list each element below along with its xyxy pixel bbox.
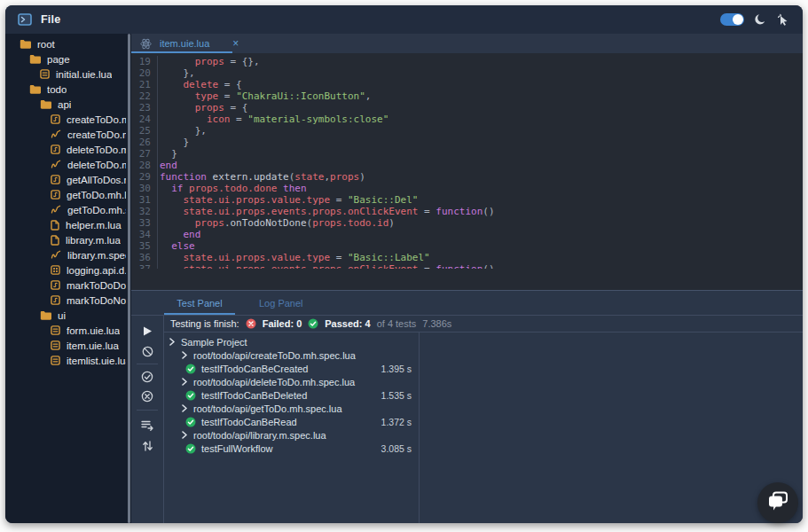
tree-item-label: ui [58,310,66,321]
line-number: 23 [131,102,151,113]
code-text: type = "ChakraUi::IconButton", [160,90,371,102]
tree-item-marktodonotl[interactable]: markToDoNotl [5,293,131,308]
lua-icon [51,295,60,305]
file-menu[interactable]: File [41,13,60,26]
tree-item-deletetodo-mh[interactable]: deleteToDo.mh [5,142,131,157]
code-line-29: 29function extern.update(state,props) [131,171,803,183]
tree-item-api[interactable]: api [5,97,131,112]
tree-item-root[interactable]: root [5,36,131,51]
chevron-right-icon [181,404,188,412]
line-number: 21 [131,79,151,90]
chat-widget-button[interactable] [757,482,798,523]
tree-item-initial-uie-lua[interactable]: initial.uie.lua [5,66,131,82]
failed-count: Failed: 0 [263,318,302,329]
code-text: props.onTodoNotDone(props.todo.id) [160,217,395,229]
code-line-22: 22 type = "ChakraUi::IconButton", [131,90,803,102]
gutter-separator [151,206,158,217]
tree-item-form-uie-lua[interactable]: form.uie.lua [5,323,131,338]
tree-item-createtodo-mh[interactable]: createToDo.mh [5,112,131,127]
tree-item-marktododon[interactable]: markToDoDon [5,278,131,293]
tree-item-getalltodos-m[interactable]: getAllToDos.m [5,172,131,187]
test-passed-icon [185,364,196,374]
code-text: }, [160,67,195,79]
result-test-row[interactable]: testIfTodoCanBeRead1.372 s [164,415,419,428]
gutter-separator [151,148,158,160]
sidebar-scrollbar[interactable] [128,34,130,523]
suite-label: Sample Project [181,337,247,348]
code-line-32: 32 state.ui.props.events.props.onClickEv… [131,206,803,217]
test-label: testIfTodoCanBeDeleted [201,390,307,401]
grid-icon [51,265,60,275]
result-file-row[interactable]: root/todo/api/createToDo.mh.spec.lua [164,348,419,362]
tree-item-item-uie-lua[interactable]: item.uie.lua [5,338,131,353]
tree-item-label: deleteToDo.mh [67,160,126,170]
tree-item-label: library.m.spec [67,250,126,261]
check-circle-icon[interactable] [141,371,153,383]
ban-icon[interactable] [141,345,153,357]
result-test-row[interactable]: testIfTodoCanBeCreated1.395 s [164,362,419,375]
gutter-separator [151,102,158,113]
tree-item-todo[interactable]: todo [5,82,131,97]
code-editor[interactable]: 19 props = {},20 },21 delete = {22 type … [131,53,803,290]
tree-item-logging-api-d-l[interactable]: logging.api.d.l [5,262,131,278]
tree-item-label: markToDoNotl [67,295,126,306]
sort-icon[interactable] [141,440,153,452]
tree-item-ui[interactable]: ui [5,308,131,323]
code-line-31: 31 state.ui.props.value.type = "Basic::D… [131,194,803,206]
lua-icon [51,114,60,124]
test-toolbar [131,316,164,523]
tree-item-gettodo-mh-lu[interactable]: getToDo.mh.lu [5,187,131,202]
file-label: root/todo/api/createToDo.mh.spec.lua [193,350,356,361]
tab-item-uie-lua[interactable]: item.uie.lua [160,38,209,49]
spec-icon [51,250,61,260]
spec-icon [51,160,61,169]
gutter-separator [151,137,158,148]
tree-item-label: library.m.lua [66,235,121,246]
tree-item-label: itemlist.uie.lua [67,356,126,366]
tab-log-panel[interactable]: Log Panel [259,291,303,315]
code-line-37: 37 state.ui.props.events.props.onClickEv… [131,263,803,269]
tree-item-library-m-lua[interactable]: library.m.lua [5,232,131,247]
line-number: 35 [131,240,151,252]
tree-item-library-m-spec[interactable]: library.m.spec [5,247,131,262]
passed-count: Passed: 4 [325,318,370,329]
line-number: 33 [131,217,151,229]
result-file-row[interactable]: root/todo/api/library.m.spec.lua [164,428,419,442]
result-test-row[interactable]: testFullWorkflow3.085 s [164,442,419,455]
test-duration: 1.372 s [381,417,419,427]
tree-item-createtodo-mh[interactable]: createToDo.mh [5,127,131,142]
tab-close-icon[interactable]: × [232,38,239,49]
page: File rootpageinitial.uie.luatodoapicreat… [0,0,808,532]
result-suite-row[interactable]: Sample Project [164,335,419,348]
line-number: 31 [131,194,151,206]
playlist-add-icon[interactable] [141,419,153,431]
passed-icon [308,318,318,329]
tree-item-label: api [58,99,71,110]
pointer-icon[interactable] [776,12,790,27]
test-duration: 1.395 s [381,364,419,374]
panel-tabs: Test Panel Log Panel [131,291,803,315]
result-file-row[interactable]: root/todo/api/getToDo.mh.spec.lua [164,402,419,415]
tree-item-label: logging.api.d.l [67,265,126,276]
active-tab-underline [131,51,232,53]
tree-item-label: page [47,54,70,65]
tree-item-deletetodo-mh[interactable]: deleteToDo.mh [5,157,131,172]
panel-main: Testing is finish: Failed: 0 Passed: 4 o… [131,315,803,523]
x-circle-icon[interactable] [141,390,153,403]
tree-item-gettodo-mh-sp[interactable]: getToDo.mh.sp [5,202,131,217]
folder-icon [29,54,41,64]
code-text: props = { [160,102,247,113]
result-test-row[interactable]: testIfTodoCanBeDeleted1.535 s [164,388,419,402]
play-icon[interactable] [141,325,153,337]
theme-toggle[interactable] [720,13,744,26]
folder-icon [20,39,31,49]
moon-icon[interactable] [753,12,767,27]
tree-item-itemlist-uie-lua[interactable]: itemlist.uie.lua [5,353,131,368]
tab-test-panel[interactable]: Test Panel [164,291,235,315]
tree-item-helper-m-lua[interactable]: helper.m.lua [5,217,131,232]
result-file-row[interactable]: root/todo/api/deleteToDo.mh.spec.lua [164,375,419,388]
tree-item-page[interactable]: page [5,51,131,66]
code-line-35: 35 else [131,240,803,252]
tree-item-label: getToDo.mh.sp [67,205,126,215]
lua-icon [51,145,60,154]
